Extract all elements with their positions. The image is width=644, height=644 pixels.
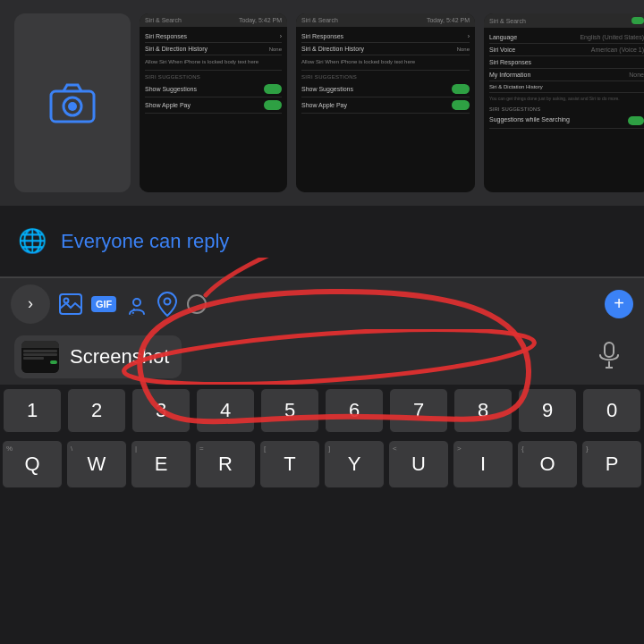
key-7[interactable]: 7 xyxy=(389,388,448,433)
microphone-icon xyxy=(599,342,619,369)
circle-icon xyxy=(186,293,208,315)
screenshot-thumb-1[interactable]: Siri & Search Today, 5:42 PM Siri Respon… xyxy=(140,13,287,192)
green-badge xyxy=(631,17,644,24)
key-O[interactable]: {O xyxy=(517,440,578,488)
svg-point-9 xyxy=(123,329,537,385)
svg-line-6 xyxy=(132,309,134,316)
screenshot-thumb-2[interactable]: Siri & Search Today, 5:42 PM Siri Respon… xyxy=(296,13,475,192)
key-5[interactable]: 5 xyxy=(260,388,319,433)
location-button[interactable] xyxy=(157,292,177,317)
key-Q[interactable]: %Q xyxy=(2,440,63,488)
svg-rect-10 xyxy=(605,343,614,357)
svg-point-2 xyxy=(68,102,77,111)
number-row: 1 2 3 4 5 6 7 8 9 0 xyxy=(0,385,644,436)
screenshot-thumb-3[interactable]: Siri & Search LanguageEnglish (United St… xyxy=(484,13,644,192)
key-E[interactable]: |E xyxy=(131,440,191,488)
camera-icon xyxy=(47,80,97,125)
key-2[interactable]: 2 xyxy=(67,388,126,433)
screenshot-label: Screenshot xyxy=(70,345,169,369)
plus-button[interactable]: + xyxy=(605,290,633,318)
key-Y[interactable]: ]Y xyxy=(324,440,385,488)
key-1[interactable]: 1 xyxy=(3,388,62,433)
key-9[interactable]: 9 xyxy=(518,388,577,433)
svg-point-5 xyxy=(133,299,140,306)
microphone-button[interactable] xyxy=(599,342,630,372)
chevron-button[interactable]: › xyxy=(11,284,50,324)
image-button[interactable] xyxy=(59,293,82,315)
thumb1-header: Siri & Search Today, 5:42 PM xyxy=(140,13,287,27)
gif-button[interactable]: GIF xyxy=(91,296,116,312)
key-3[interactable]: 3 xyxy=(131,388,191,433)
thumbnails-section: Siri & Search Today, 5:42 PM Siri Respon… xyxy=(0,0,644,206)
key-T[interactable]: [T xyxy=(259,440,320,488)
suggestion-bar: Screenshot xyxy=(0,329,644,385)
reply-section: 🌐 Everyone can reply xyxy=(0,206,644,277)
key-W[interactable]: \W xyxy=(66,440,127,488)
thumb1-content: Siri Responses› Siri & Direction History… xyxy=(140,27,287,192)
location-icon xyxy=(157,292,177,317)
key-I[interactable]: >I xyxy=(453,440,513,488)
key-P[interactable]: }P xyxy=(581,440,642,488)
globe-icon: 🌐 xyxy=(18,227,47,255)
svg-point-7 xyxy=(165,298,171,304)
key-R[interactable]: =R xyxy=(195,440,256,488)
key-0[interactable]: 0 xyxy=(582,388,641,433)
svg-point-8 xyxy=(188,295,206,313)
gif-label: GIF xyxy=(91,296,116,312)
key-6[interactable]: 6 xyxy=(325,388,384,433)
key-U[interactable]: <U xyxy=(388,440,449,488)
image-icon xyxy=(59,293,82,315)
mention-button[interactable] xyxy=(125,292,148,316)
circle-button[interactable] xyxy=(186,293,208,315)
screenshot-mini-thumb xyxy=(21,341,59,373)
thumb3-content: LanguageEnglish (United States) Siri Voi… xyxy=(484,28,644,192)
keyboard-toolbar: › GIF + xyxy=(0,277,644,329)
key-4[interactable]: 4 xyxy=(196,388,255,433)
mention-icon xyxy=(125,292,148,316)
screenshot-suggestion[interactable]: Screenshot xyxy=(14,335,182,378)
svg-rect-3 xyxy=(60,294,81,314)
reply-text: Everyone can reply xyxy=(61,230,229,253)
thumb2-content: Siri Responses› Siri & Direction History… xyxy=(296,27,475,192)
thumb3-header: Siri & Search xyxy=(484,13,644,28)
letter-row: %Q \W |E =R [T ]Y <U >I {O }P xyxy=(0,436,644,492)
camera-thumbnail[interactable] xyxy=(14,13,131,192)
thumb2-header: Siri & Search Today, 5:42 PM xyxy=(296,13,475,27)
key-8[interactable]: 8 xyxy=(453,388,513,433)
